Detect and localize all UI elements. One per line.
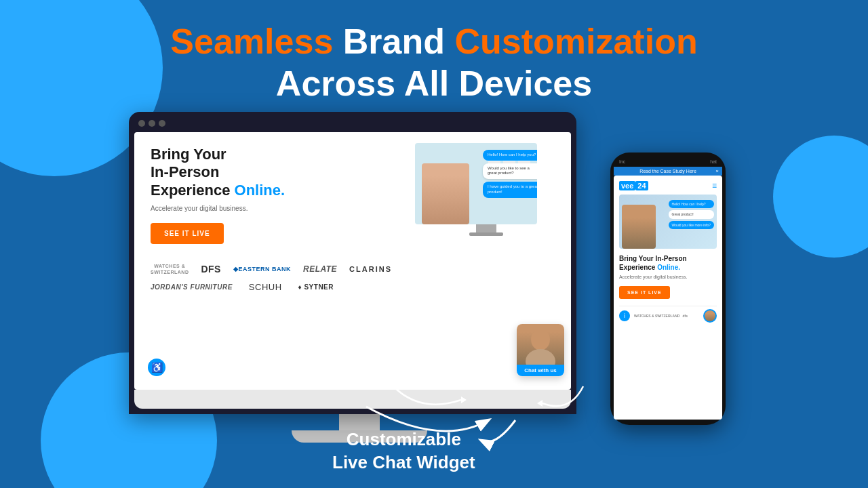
chat-widget-label: Chat with us bbox=[517, 365, 564, 376]
window-dot-1 bbox=[138, 120, 145, 127]
desktop-bezel-bottom bbox=[134, 390, 571, 409]
chat-bubble-2: Would you like to see a great product? bbox=[483, 163, 537, 180]
desktop-stand bbox=[129, 414, 590, 430]
brand-logos-row2: Jordan's Furniture schuh ♦ Sytner bbox=[151, 282, 555, 292]
info-icon: i bbox=[619, 310, 630, 321]
label-line1: Customizable bbox=[347, 429, 461, 449]
phone-hero-person bbox=[622, 205, 656, 249]
page: Seamless Brand Customization Across All … bbox=[0, 0, 868, 488]
chat-widget-avatar bbox=[517, 324, 564, 365]
brand-sytner: ♦ Sytner bbox=[298, 283, 334, 291]
title-word-brand: Brand bbox=[343, 22, 455, 61]
phone-brand-watches: WATCHES & SWITZERLAND bbox=[634, 314, 679, 318]
window-dot-3 bbox=[159, 120, 165, 127]
stand-neck bbox=[339, 414, 380, 430]
phone-case-study-bar[interactable]: Read the Case Study Here × bbox=[614, 167, 722, 176]
brand-watches: WATCHES &SWITZERLAND bbox=[151, 263, 189, 275]
site-headline: Bring Your In-Person Experience Online. bbox=[151, 146, 300, 199]
product-preview: Hello! How can I help you? Would you lik… bbox=[415, 143, 557, 236]
chat-widget-desktop[interactable]: Chat with us bbox=[517, 324, 564, 376]
phone-bottom-bar: i WATCHES & SWITZERLAND dfs bbox=[619, 306, 717, 323]
phone-bubble-3: Would you like more info? bbox=[669, 221, 714, 230]
headline-online: Online. bbox=[235, 182, 285, 199]
brand-eastern: ◆Eastern Bank bbox=[233, 266, 291, 272]
svg-point-1 bbox=[526, 349, 555, 365]
phone-nav: vee24 ≡ bbox=[619, 181, 717, 190]
brand-jordans: Jordan's Furniture bbox=[151, 283, 233, 291]
brand-logos-row1: WATCHES &SWITZERLAND dfs ◆Eastern Bank r… bbox=[151, 263, 555, 275]
hamburger-icon[interactable]: ≡ bbox=[712, 181, 717, 190]
product-monitor-screen: Hello! How can I help you? Would you lik… bbox=[415, 143, 537, 224]
title-word-seamless: Seamless bbox=[170, 22, 333, 61]
phone-logo: vee24 bbox=[619, 182, 648, 190]
monitor-stand bbox=[476, 224, 496, 232]
chat-avatar-svg bbox=[524, 327, 557, 365]
accessibility-icon[interactable]: ♿ bbox=[148, 359, 165, 376]
chat-bubbles-desktop: Hello! How can I help you? Would you lik… bbox=[483, 150, 537, 198]
phone-headline-text: Bring Your In-PersonExperience Online. bbox=[619, 255, 687, 271]
phone-brand-logos: WATCHES & SWITZERLAND dfs bbox=[634, 314, 699, 318]
phone-screen: vee24 ≡ Hello! How can I help? Great pro… bbox=[614, 176, 722, 420]
brand-relate: relate bbox=[303, 264, 337, 274]
headline-experience: Experience bbox=[151, 182, 230, 199]
accessibility-symbol: ♿ bbox=[151, 362, 163, 373]
phone-time: Inc bbox=[619, 159, 625, 164]
brand-schuh: schuh bbox=[249, 282, 282, 292]
product-person bbox=[422, 163, 469, 224]
see-it-live-button-phone[interactable]: SEE IT LIVE bbox=[619, 286, 670, 299]
phone-subtext: Accelerate your digital business. bbox=[619, 274, 717, 279]
desktop-screen: Bring Your In-Person Experience Online. … bbox=[134, 132, 571, 390]
desktop-frame-top bbox=[134, 120, 571, 132]
logo-text: vee bbox=[619, 181, 635, 190]
headline-bring: Bring Your bbox=[151, 146, 226, 163]
label-line2: Live Chat Widget bbox=[332, 452, 475, 472]
phone-signals: hat bbox=[710, 159, 717, 164]
title-word-customization: Customization bbox=[454, 22, 697, 61]
site-content: Bring Your In-Person Experience Online. … bbox=[134, 132, 571, 390]
phone-frame: Inc hat Read the Case Study Here × vee24… bbox=[610, 152, 726, 425]
phone-headline: Bring Your In-PersonExperience Online. bbox=[619, 254, 717, 272]
main-area: Bring Your In-Person Experience Online. … bbox=[0, 105, 868, 443]
brand-clarins: CLARINS bbox=[349, 265, 392, 273]
brand-dfs: dfs bbox=[201, 264, 221, 274]
see-it-live-button-desktop[interactable]: SEE IT LIVE bbox=[151, 223, 224, 244]
info-symbol: i bbox=[624, 312, 625, 319]
logo-number: 24 bbox=[635, 181, 648, 190]
phone-bubble-1: Hello! How can I help? bbox=[669, 200, 714, 209]
phone-hero-image: Hello! How can I help? Great product! Wo… bbox=[619, 195, 717, 249]
phone-mockup: Inc hat Read the Case Study Here × vee24… bbox=[610, 152, 739, 425]
monitor-base bbox=[469, 232, 503, 236]
desktop-mockup: Bring Your In-Person Experience Online. … bbox=[129, 112, 590, 443]
phone-bubble-2: Great product! bbox=[669, 210, 714, 219]
phone-brand-dfs: dfs bbox=[682, 314, 688, 318]
svg-point-0 bbox=[531, 329, 550, 350]
phone-avatar bbox=[703, 309, 717, 323]
chat-bubble-1: Hello! How can I help you? bbox=[483, 150, 537, 161]
title-line2: Across All Devices bbox=[276, 64, 592, 103]
desktop-frame: Bring Your In-Person Experience Online. … bbox=[129, 112, 576, 414]
window-dot-2 bbox=[149, 120, 155, 127]
close-icon[interactable]: × bbox=[715, 168, 719, 174]
chat-bubble-3: I have guided you to a great product! bbox=[483, 182, 537, 198]
headline-inperson: In-Person bbox=[151, 163, 219, 180]
customizable-label: Customizable Live Chat Widget bbox=[332, 428, 475, 474]
phone-chat-bubbles: Hello! How can I help? Great product! Wo… bbox=[669, 200, 714, 230]
phone-status-bar: Inc hat bbox=[614, 158, 722, 165]
case-study-label: Read the Case Study Here bbox=[639, 169, 696, 174]
